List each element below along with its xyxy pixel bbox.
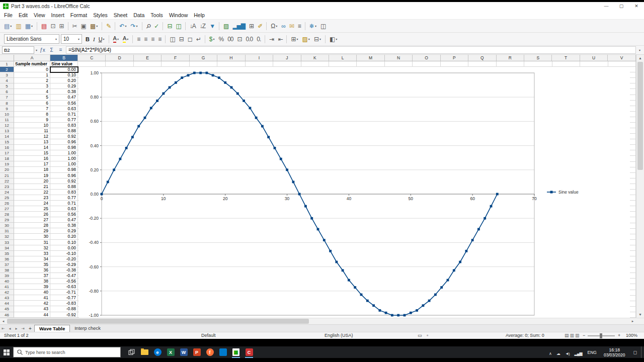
format-as-date-button[interactable]: ⊡ — [236, 34, 244, 44]
autofilter-button[interactable]: ▼ — [208, 21, 216, 31]
cell-b3[interactable]: 0.10 — [50, 72, 78, 78]
zoom-percent[interactable]: 100% — [626, 332, 637, 339]
row-header-8[interactable]: 8 — [0, 101, 14, 106]
menu-format[interactable]: Format — [67, 12, 90, 18]
cell-a7[interactable]: 5 — [14, 95, 50, 100]
cell-b16[interactable]: 0.98 — [50, 145, 78, 150]
cell-a26[interactable]: 24 — [14, 201, 50, 206]
redo-button[interactable]: ↷▾ — [129, 21, 139, 31]
zoom-slider[interactable] — [588, 335, 615, 336]
save-button[interactable]: ▦▾ — [24, 21, 34, 31]
align-right-button[interactable]: ≡ — [149, 34, 155, 44]
name-box[interactable] — [2, 46, 34, 54]
row-header-10[interactable]: 10 — [0, 112, 14, 117]
row-header-13[interactable]: 13 — [0, 128, 14, 134]
sheet-tab-interp-check[interactable]: Interp check — [70, 325, 105, 332]
excel-taskbar-icon[interactable]: X — [164, 346, 177, 358]
horizontal-scrollbar-thumb[interactable] — [7, 319, 309, 324]
cell-a16[interactable]: 14 — [14, 145, 50, 150]
view-layout-icons[interactable]: ▤▥▥ — [565, 332, 581, 339]
cell-b7[interactable]: 0.47 — [50, 95, 78, 100]
cell-b1[interactable]: Sine value — [50, 61, 78, 67]
cell-a36[interactable]: 34 — [14, 256, 50, 262]
column-header-h[interactable]: H — [217, 55, 245, 61]
font-color-button[interactable]: A▾ — [112, 34, 120, 44]
open-button[interactable]: ▥ — [14, 21, 22, 31]
cell-b27[interactable]: 0.63 — [50, 206, 78, 212]
cell-b11[interactable]: 0.77 — [50, 117, 78, 123]
cell-b18[interactable]: 1.00 — [50, 156, 78, 161]
font-name-combo[interactable]: Liberation Sans ▾ — [4, 34, 59, 44]
cell-b36[interactable]: -0.20 — [50, 256, 78, 262]
headers-and-footers-button[interactable]: ≡ — [296, 21, 302, 31]
file-explorer-taskbar-icon[interactable] — [138, 346, 151, 358]
borders-button[interactable]: ⊞▾ — [289, 34, 299, 44]
zoom-in-icon[interactable]: + — [618, 332, 620, 339]
clone-formatting-button[interactable]: ✎ — [105, 21, 112, 31]
insert-special-character-dropdown-icon[interactable]: ▾ — [276, 24, 277, 28]
menu-data[interactable]: Data — [130, 12, 147, 18]
row-header-37[interactable]: 37 — [0, 262, 14, 267]
cut-button[interactable]: ✂ — [71, 21, 78, 31]
name-box-dropdown-icon[interactable]: ▾ — [36, 48, 37, 52]
column-header-k[interactable]: K — [301, 55, 329, 61]
cell-b14[interactable]: 0.92 — [50, 134, 78, 139]
row-header-38[interactable]: 38 — [0, 267, 14, 273]
cell-a2[interactable]: 0 — [14, 67, 50, 72]
freeze-rows-and-columns-dropdown-icon[interactable]: ▾ — [315, 24, 316, 28]
row-header-3[interactable]: 3 — [0, 72, 14, 78]
column-header-e[interactable]: E — [134, 55, 162, 61]
split-window-button[interactable]: ◫ — [319, 21, 327, 31]
cell-a24[interactable]: 22 — [14, 190, 50, 195]
format-as-percent-button[interactable]: % — [217, 34, 225, 44]
cell-a37[interactable]: 35 — [14, 262, 50, 267]
cell-a43[interactable]: 41 — [14, 295, 50, 301]
search-input[interactable] — [25, 350, 117, 355]
column-header-u[interactable]: U — [580, 55, 608, 61]
row-header-14[interactable]: 14 — [0, 134, 14, 139]
row-header-42[interactable]: 42 — [0, 290, 14, 295]
row-header-7[interactable]: 7 — [0, 95, 14, 100]
add-sheet-button[interactable]: + — [26, 326, 34, 331]
row-header-18[interactable]: 18 — [0, 156, 14, 161]
function-wizard-icon[interactable]: ƒx — [39, 47, 46, 53]
action-center-icon[interactable]: ◻ — [633, 350, 637, 355]
font-size-combo[interactable]: 10 ▾ — [61, 34, 82, 44]
first-sheet-button[interactable]: ⇤ — [0, 326, 7, 331]
row-header-35[interactable]: 35 — [0, 251, 14, 256]
cell-a27[interactable]: 25 — [14, 206, 50, 212]
column-header-b[interactable]: B — [50, 55, 78, 61]
powerpoint-taskbar-icon[interactable]: P — [190, 346, 203, 358]
hidden-icons-icon[interactable]: ∧ — [549, 351, 551, 356]
libreoffice-calc-taskbar-icon[interactable]: ▦ — [229, 346, 243, 358]
print-preview-button[interactable]: ⊞ — [57, 21, 65, 31]
cell-a30[interactable]: 28 — [14, 223, 50, 228]
column-header-n[interactable]: N — [385, 55, 413, 61]
row-header-33[interactable]: 33 — [0, 240, 14, 245]
cell-a14[interactable]: 12 — [14, 134, 50, 139]
cell-a35[interactable]: 33 — [14, 251, 50, 256]
font-color-dropdown-icon[interactable]: ▾ — [117, 37, 119, 41]
copy-button[interactable]: ▣ — [79, 21, 88, 31]
language-status[interactable]: English (USA) — [325, 332, 353, 339]
align-left-button[interactable]: ≡ — [135, 34, 141, 44]
cell-b28[interactable]: 0.56 — [50, 212, 78, 217]
row-header-39[interactable]: 39 — [0, 273, 14, 279]
cell-b33[interactable]: 0.10 — [50, 240, 78, 245]
menu-insert[interactable]: Insert — [48, 12, 67, 18]
language-indicator[interactable]: ENG — [588, 350, 597, 355]
scroll-up-icon[interactable]: ▲ — [636, 55, 644, 61]
cell-b41[interactable]: -0.63 — [50, 284, 78, 290]
cell-b23[interactable]: 0.88 — [50, 184, 78, 190]
paste-dropdown-icon[interactable]: ▾ — [96, 24, 98, 28]
freeze-rows-and-columns-button[interactable]: ❄▾ — [308, 21, 318, 31]
cell-b20[interactable]: 0.98 — [50, 167, 78, 172]
cell-a38[interactable]: 36 — [14, 267, 50, 273]
cell-a17[interactable]: 15 — [14, 150, 50, 156]
cell-a1[interactable]: Sample number — [14, 61, 50, 67]
cell-b19[interactable]: 1.00 — [50, 161, 78, 167]
background-color-dropdown-icon[interactable]: ▾ — [308, 37, 310, 41]
cell-a34[interactable]: 32 — [14, 245, 50, 251]
cell-a28[interactable]: 26 — [14, 212, 50, 217]
row-header-32[interactable]: 32 — [0, 234, 14, 239]
